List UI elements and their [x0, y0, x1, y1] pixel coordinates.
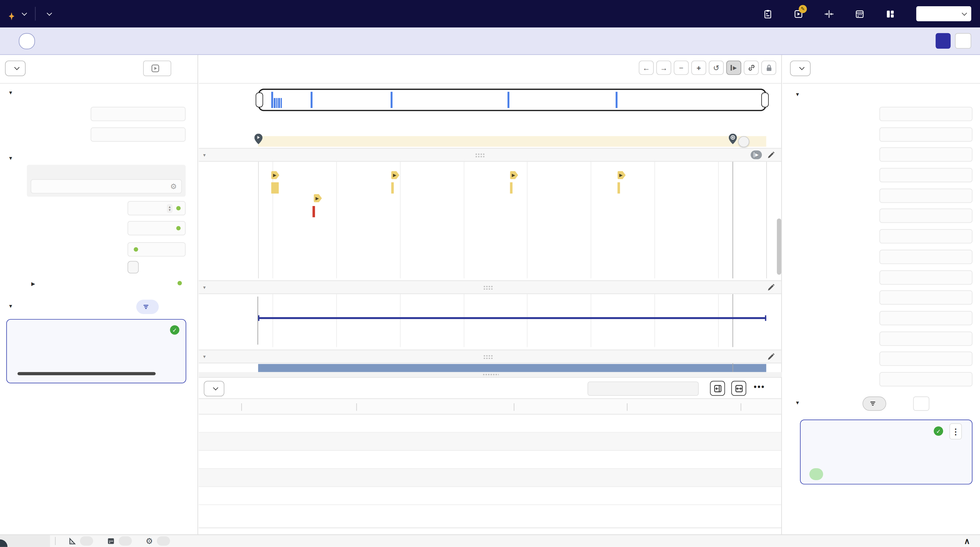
- gear-icon[interactable]: ⚙: [170, 182, 177, 191]
- status-scheduling[interactable]: [107, 536, 132, 545]
- collapse-triangle-icon[interactable]: ▼: [8, 155, 13, 161]
- edit-row-pencil-icon[interactable]: [767, 283, 775, 291]
- unfinished-span-bar[interactable]: [312, 206, 315, 217]
- vertical-scrollbar[interactable]: [777, 219, 781, 274]
- activity-directive-icon[interactable]: ▶: [314, 194, 322, 202]
- start-time-input[interactable]: [879, 209, 972, 223]
- restore-snapshot-button[interactable]: [936, 33, 951, 49]
- activity-directive-icon[interactable]: ▶: [510, 171, 518, 179]
- owner-input[interactable]: [879, 250, 972, 264]
- simulation-history-card[interactable]: ✓: [6, 319, 186, 384]
- drag-handle[interactable]: [483, 354, 493, 358]
- snapshot-card[interactable]: ✓ ⋮: [800, 419, 973, 484]
- activities-canvas[interactable]: ▶ ▶ ▶ ▶ ▶: [199, 162, 782, 279]
- activity-directive-icon[interactable]: ▶: [271, 171, 280, 179]
- expand-console-chevron[interactable]: ∧: [964, 536, 970, 545]
- drag-handle[interactable]: [475, 153, 485, 157]
- brush-handle-left[interactable]: [256, 92, 263, 108]
- activity-directive-icon[interactable]: ▶: [617, 171, 625, 179]
- timeline-brush[interactable]: [258, 89, 766, 111]
- table-row[interactable]: [199, 433, 781, 451]
- line-count-chart[interactable]: [199, 294, 782, 347]
- status-simulation[interactable]: ⚙: [146, 536, 170, 545]
- plan-start-pin-icon[interactable]: [255, 133, 263, 144]
- kebab-menu-button[interactable]: ⋮: [949, 423, 962, 439]
- nav-item-scheduling[interactable]: [855, 9, 869, 18]
- close-preview-button[interactable]: [955, 33, 971, 49]
- plan-id-input[interactable]: [879, 127, 972, 142]
- end-time-input[interactable]: [91, 127, 186, 142]
- nav-item-simulation[interactable]: ✎: [794, 9, 808, 18]
- take-snapshot-button[interactable]: [913, 396, 929, 411]
- line-count-section-header[interactable]: ▾: [199, 280, 781, 294]
- plan-name-input[interactable]: [879, 107, 972, 121]
- number-stepper[interactable]: ▴▾: [167, 204, 172, 212]
- zoom-out-button[interactable]: −: [674, 61, 689, 75]
- snapshot-filter-pill[interactable]: [862, 396, 886, 411]
- model-version-input[interactable]: [879, 189, 972, 203]
- collapse-triangle-icon[interactable]: ▼: [795, 400, 800, 406]
- initial-plant-count-input[interactable]: ▴▾: [127, 201, 186, 216]
- expand-triangle-icon[interactable]: ▶: [31, 281, 35, 287]
- nav-item-view[interactable]: [886, 9, 900, 18]
- lock-button[interactable]: [761, 61, 776, 75]
- table-menu-button[interactable]: •••: [754, 382, 765, 392]
- collapse-triangle-icon[interactable]: ▼: [795, 92, 800, 97]
- table-row[interactable]: [199, 415, 781, 433]
- right-panel-selector[interactable]: [790, 61, 811, 76]
- collapse-triangle-icon[interactable]: ▼: [8, 304, 13, 309]
- brush-handle-right[interactable]: [761, 92, 768, 108]
- fit-columns-button[interactable]: [731, 381, 746, 396]
- updated-at-input[interactable]: [879, 290, 972, 305]
- nav-item-constraints[interactable]: [824, 9, 839, 18]
- status-tab-all[interactable]: [0, 535, 50, 547]
- initial-data-path-input[interactable]: [127, 242, 186, 257]
- plan-menu[interactable]: [44, 13, 51, 15]
- collapse-triangle-icon[interactable]: ▾: [203, 284, 206, 290]
- collapse-triangle-icon[interactable]: ▾: [203, 152, 206, 158]
- activity-directive-icon[interactable]: ▶: [391, 171, 399, 179]
- user-select[interactable]: [916, 6, 971, 21]
- browse-file-button[interactable]: [127, 261, 139, 274]
- activity-span-bar[interactable]: [617, 182, 620, 193]
- panel-resize-handle[interactable]: [199, 372, 782, 378]
- aerie-logo[interactable]: [9, 7, 26, 20]
- zoom-in-button[interactable]: +: [691, 61, 706, 75]
- end-time-input[interactable]: [879, 229, 972, 243]
- collapse-triangle-icon[interactable]: ▼: [8, 90, 13, 95]
- left-panel-selector[interactable]: [5, 61, 26, 76]
- updated-by-input[interactable]: [879, 311, 972, 325]
- collapse-panel-button[interactable]: [710, 381, 725, 396]
- selection-band[interactable]: [258, 136, 766, 146]
- nav-back-button[interactable]: ←: [639, 61, 654, 75]
- edit-row-pencil-icon[interactable]: [767, 352, 775, 360]
- nav-forward-button[interactable]: →: [656, 61, 671, 75]
- edit-row-pencil-icon[interactable]: [767, 151, 775, 159]
- table-view-selector[interactable]: [204, 381, 224, 396]
- simulate-button[interactable]: [143, 61, 171, 76]
- flag-band-row[interactable]: [199, 363, 782, 372]
- reset-view-button[interactable]: ↺: [709, 61, 724, 75]
- revision-input[interactable]: [879, 331, 972, 346]
- activity-span-bar[interactable]: [510, 182, 512, 193]
- model-name-input[interactable]: [879, 147, 972, 162]
- collaborators-input[interactable]: [879, 352, 972, 366]
- tags-input[interactable]: [879, 372, 972, 387]
- start-time-input[interactable]: [91, 107, 186, 121]
- table-row[interactable]: [199, 450, 781, 469]
- activities-section-header[interactable]: ▾ ▶: [199, 148, 781, 162]
- status-constraints[interactable]: [68, 536, 93, 545]
- simulation-filter-pill[interactable]: [136, 300, 159, 314]
- collapse-triangle-icon[interactable]: ▾: [203, 354, 206, 359]
- cursor-pin-icon[interactable]: [729, 133, 737, 144]
- activity-span-bar[interactable]: [391, 182, 394, 193]
- simulation-template-input[interactable]: ⚙: [31, 179, 182, 193]
- filter-activity-directives-input[interactable]: [588, 382, 699, 396]
- table-row[interactable]: [199, 469, 781, 487]
- activity-span-bar[interactable]: [271, 182, 278, 193]
- simulation-extent-icon[interactable]: ▶: [751, 151, 762, 159]
- simulation-extent-toggle[interactable]: ▶: [726, 61, 741, 75]
- table-row[interactable]: [199, 487, 781, 505]
- date-created-input[interactable]: [879, 270, 972, 285]
- drag-handle[interactable]: [483, 285, 493, 289]
